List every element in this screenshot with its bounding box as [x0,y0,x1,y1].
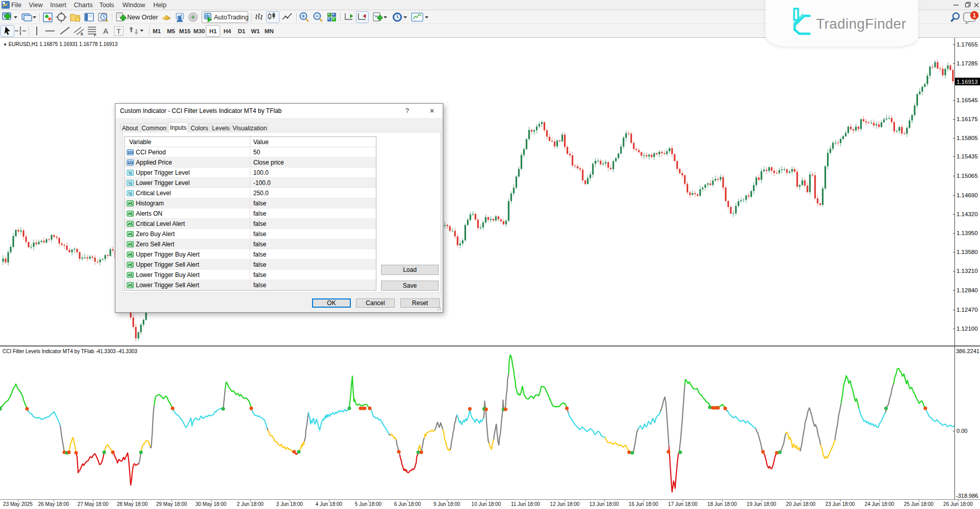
svg-text:Help: Help [153,2,166,9]
svg-text:M5: M5 [167,28,176,34]
svg-text:½: ½ [128,171,132,176]
svg-text:5 Jun 18:00: 5 Jun 18:00 [355,501,382,507]
svg-text:M15: M15 [179,28,191,34]
svg-text:9 Jun 18:00: 9 Jun 18:00 [434,501,461,507]
svg-text:23 May 2025: 23 May 2025 [3,501,33,507]
svg-text:1.12470: 1.12470 [957,307,978,313]
svg-text:1.15065: 1.15065 [957,173,978,179]
svg-text:12 Jun 18:00: 12 Jun 18:00 [550,501,580,507]
svg-text:New Order: New Order [127,14,158,21]
svg-text:CCI Filter Levels Indicator MT: CCI Filter Levels Indicator MT4 by TFlab… [3,349,137,354]
svg-text:1.15435: 1.15435 [957,153,978,159]
svg-text:1.16913: 1.16913 [957,79,978,85]
svg-text:1.13210: 1.13210 [957,268,978,274]
svg-text:4 Jun 18:00: 4 Jun 18:00 [316,501,343,507]
svg-text:20 Jun 18:00: 20 Jun 18:00 [786,501,816,507]
svg-text:25 Jun 18:00: 25 Jun 18:00 [904,501,934,507]
svg-text:H4: H4 [224,28,231,34]
svg-text:386.2241: 386.2241 [956,348,979,354]
svg-text:30 May 18:00: 30 May 18:00 [196,501,227,507]
svg-text:6 Jun 18:00: 6 Jun 18:00 [394,501,421,507]
svg-text:F: F [94,33,97,37]
svg-text:1.12100: 1.12100 [957,326,978,332]
svg-text:H1: H1 [209,28,217,34]
svg-text:1.17655: 1.17655 [957,41,978,48]
svg-text:M1: M1 [153,28,161,34]
svg-text:File: File [11,2,21,9]
svg-text:TradingFinder: TradingFinder [816,16,906,32]
svg-text:23 Jun 18:00: 23 Jun 18:00 [825,501,855,507]
svg-text:29 May 18:00: 29 May 18:00 [156,501,187,507]
svg-text:Window: Window [123,2,146,9]
svg-text:▼ EURUSD,H1 1.16875 1.16931 1: ▼ EURUSD,H1 1.16875 1.16931 1.16778 1.16… [3,41,118,47]
svg-text:-318.986: -318.986 [956,493,978,499]
svg-text:MN: MN [265,28,274,34]
svg-text:28 May 18:00: 28 May 18:00 [117,501,148,507]
svg-text:View: View [29,2,43,9]
svg-text:W1: W1 [251,28,260,34]
svg-text:1.16175: 1.16175 [957,116,978,122]
svg-text:1: 1 [973,12,976,18]
svg-text:E: E [81,32,83,36]
svg-text:T: T [117,28,121,35]
svg-text:26 May 18:00: 26 May 18:00 [38,501,69,507]
svg-text:Tools: Tools [99,2,114,9]
svg-text:17 Jun 18:00: 17 Jun 18:00 [668,501,698,507]
svg-text:19 Jun 18:00: 19 Jun 18:00 [747,501,776,507]
svg-text:Insert: Insert [50,2,66,9]
svg-text:24 Jun 18:00: 24 Jun 18:00 [865,501,894,507]
svg-text:½: ½ [128,191,132,196]
svg-text:1.16545: 1.16545 [957,97,978,103]
svg-text:M30: M30 [194,28,205,34]
svg-text:1.13580: 1.13580 [957,249,978,255]
svg-text:0.00: 0.00 [957,428,967,434]
svg-text:13 Jun 18:00: 13 Jun 18:00 [589,501,619,507]
svg-text:1.12840: 1.12840 [957,287,978,293]
svg-text:16 Jun 18:00: 16 Jun 18:00 [629,501,658,507]
svg-text:1.14690: 1.14690 [957,192,978,198]
svg-text:2 Jun 18:00: 2 Jun 18:00 [237,501,264,507]
svg-text:3 Jun 18:00: 3 Jun 18:00 [276,501,303,507]
svg-text:123: 123 [127,151,133,154]
svg-text:11 Jun 18:00: 11 Jun 18:00 [511,501,540,507]
svg-text:18 Jun 18:00: 18 Jun 18:00 [707,501,737,507]
svg-text:Charts: Charts [74,2,93,9]
svg-text:AutoTrading: AutoTrading [214,14,249,21]
svg-text:½: ½ [128,181,132,186]
svg-text:D1: D1 [238,28,246,34]
svg-text:1.17285: 1.17285 [957,60,978,66]
svg-text:27 May 18:00: 27 May 18:00 [78,501,109,507]
svg-text:1.15805: 1.15805 [957,135,978,141]
svg-text:123: 123 [127,161,133,165]
svg-text:1.14320: 1.14320 [957,211,978,217]
svg-text:1.13950: 1.13950 [957,230,978,236]
svg-text:10 Jun 18:00: 10 Jun 18:00 [471,501,501,507]
svg-text:26 Jun 18:00: 26 Jun 18:00 [943,501,973,507]
svg-text:A: A [103,27,108,35]
